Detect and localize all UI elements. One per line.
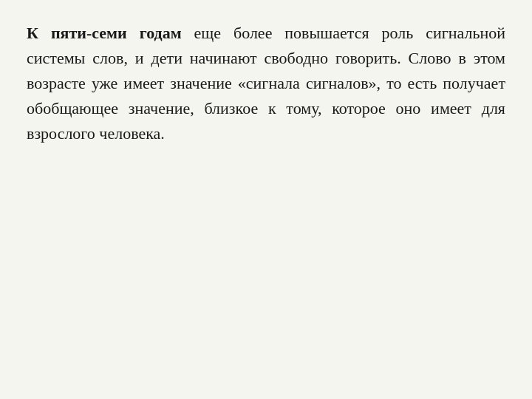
- bold-heading: К пяти-семи годам: [27, 24, 182, 42]
- page-container: К пяти-семи годам еще более повышается р…: [0, 0, 532, 399]
- main-paragraph: К пяти-семи годам еще более повышается р…: [27, 21, 505, 146]
